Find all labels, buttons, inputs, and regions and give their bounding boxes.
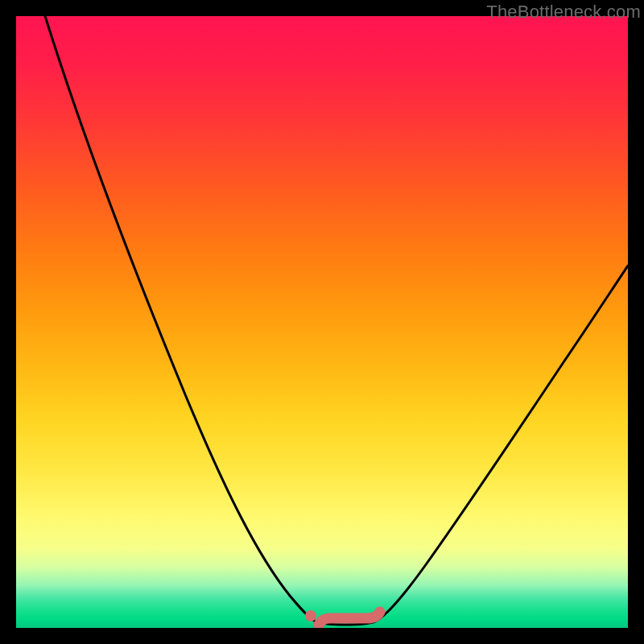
bottleneck-curve bbox=[45, 16, 628, 625]
flat-basin-segment-icon bbox=[319, 612, 380, 625]
basin-markers bbox=[305, 610, 380, 625]
chart-frame bbox=[16, 16, 628, 628]
watermark-text: TheBottleneck.com bbox=[486, 0, 644, 23]
chart-svg bbox=[16, 16, 628, 628]
curve-series bbox=[45, 16, 628, 625]
flat-basin-dot-icon bbox=[305, 610, 316, 621]
